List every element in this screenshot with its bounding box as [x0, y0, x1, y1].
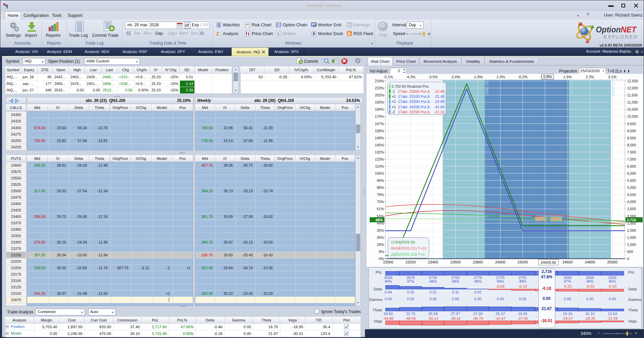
svg-text:500: 500: [627, 250, 633, 254]
svg-text:167%: 167%: [375, 122, 384, 126]
svg-text:24800: 24800: [585, 260, 595, 264]
svg-text:3,500: 3,500: [627, 207, 636, 211]
svg-text:0.00: 0.00: [609, 297, 616, 301]
svg-text:3,000: 3,000: [627, 214, 636, 218]
svg-text:5,500: 5,500: [627, 178, 636, 182]
svg-text:-22.89: -22.89: [434, 100, 444, 104]
svg-text:24000: 24000: [495, 260, 505, 264]
svg-text:79%: 79%: [377, 193, 384, 197]
svg-text:46%: 46%: [385, 279, 392, 283]
svg-text:Delta: Delta: [373, 287, 382, 291]
svg-text:114%: 114%: [375, 164, 384, 168]
svg-text:8,000: 8,000: [627, 143, 636, 147]
svg-text:17/04/2026 (0): 17/04/2026 (0): [391, 240, 415, 244]
svg-text:0.44: 0.44: [385, 290, 392, 294]
svg-text:10,500: 10,500: [627, 107, 638, 111]
svg-text:+1: +1: [392, 100, 396, 104]
svg-text:48%: 48%: [452, 279, 459, 283]
svg-text:1,500: 1,500: [627, 235, 636, 240]
svg-text:0.00: 0.00: [519, 297, 526, 301]
svg-text:-31.31: -31.31: [434, 110, 444, 114]
svg-text:24988.17: 24988.17: [611, 81, 615, 96]
svg-text:-41.84: -41.84: [434, 105, 444, 109]
svg-text:105%: 105%: [375, 171, 384, 175]
svg-text:175%: 175%: [375, 114, 384, 118]
svg-text:Theta: Theta: [373, 308, 382, 312]
svg-text:+1: +1: [392, 105, 396, 109]
svg-text:9%: 9%: [379, 250, 384, 254]
svg-text:88%: 88%: [377, 186, 384, 190]
svg-text:0.32: 0.32: [407, 290, 414, 294]
svg-text:70%: 70%: [377, 200, 384, 204]
svg-text:24200: 24200: [518, 260, 528, 264]
svg-text:17abr. 23200 Put Δ: 17abr. 23200 Put Δ: [398, 100, 430, 104]
svg-text:0.00: 0.00: [429, 297, 436, 301]
svg-text:Gamma: Gamma: [369, 298, 382, 302]
svg-text:18%: 18%: [377, 243, 384, 247]
svg-text:-30.01: -30.01: [541, 318, 552, 323]
svg-text:18.60: 18.60: [384, 312, 393, 316]
svg-text:12,500: 12,500: [627, 79, 638, 83]
svg-text:48%: 48%: [519, 279, 526, 283]
svg-text:45%: 45%: [609, 279, 616, 283]
svg-text:24.55: 24.55: [518, 312, 527, 316]
svg-text:-1: -1: [392, 89, 395, 93]
svg-text:61%: 61%: [377, 207, 384, 211]
svg-text:-4.3%: -4.3%: [406, 75, 416, 79]
svg-text:0.11: 0.11: [452, 290, 459, 294]
svg-text:PnL: PnL: [628, 270, 635, 274]
svg-text:184%: 184%: [375, 107, 384, 111]
svg-text:23861.04: 23861.04: [485, 81, 489, 96]
svg-text:Vega: Vega: [628, 319, 637, 323]
svg-text:16.10: 16.10: [585, 312, 595, 316]
svg-text:-2: -2: [392, 110, 395, 114]
svg-text:7,000: 7,000: [627, 157, 636, 161]
svg-text:0.00: 0.00: [497, 297, 504, 301]
svg-text:-5.1%: -5.1%: [384, 75, 393, 79]
svg-text:0.8%: 0.8%: [543, 75, 552, 79]
svg-text:132%: 132%: [375, 150, 384, 154]
svg-text:-0.23: -0.23: [586, 284, 594, 288]
svg-text:17abr. 23100 Put Δ: 17abr. 23100 Put Δ: [398, 94, 430, 98]
svg-text:-48.65: -48.65: [405, 316, 416, 320]
svg-text:26%: 26%: [377, 235, 384, 240]
svg-text:23000: 23000: [383, 260, 394, 264]
svg-text:06/04/2026 (11) T+12: 06/04/2026 (11) T+12: [391, 246, 426, 250]
svg-text:-12.59: -12.59: [607, 316, 617, 320]
svg-text:-50.13: -50.13: [428, 316, 438, 320]
svg-text:48%: 48%: [375, 218, 383, 222]
svg-text:13.04: 13.04: [608, 312, 617, 316]
svg-text:202%: 202%: [375, 93, 384, 97]
svg-text:0.00: 0.00: [407, 297, 414, 301]
svg-text:25.58: 25.58: [428, 312, 438, 316]
svg-text:123%: 123%: [375, 157, 384, 161]
svg-text:219%: 219%: [375, 79, 384, 83]
svg-text:48%: 48%: [429, 279, 437, 283]
svg-text:1,000: 1,000: [627, 243, 636, 247]
svg-text:24612.46: 24612.46: [569, 81, 573, 96]
svg-text:5,000: 5,000: [627, 186, 636, 190]
svg-text:0.00: 0.00: [474, 297, 481, 301]
svg-text:0.00: 0.00: [385, 297, 392, 301]
svg-text:-3.5%: -3.5%: [428, 75, 438, 79]
svg-text:11,000: 11,000: [627, 100, 638, 104]
svg-text:49%: 49%: [496, 279, 504, 283]
svg-text:47%: 47%: [564, 279, 571, 283]
svg-text:Σ: Σ: [216, 31, 220, 36]
svg-text:158%: 158%: [375, 129, 384, 133]
svg-text:-21.48: -21.48: [434, 94, 444, 98]
svg-text:27.07: 27.07: [451, 312, 460, 316]
svg-text:12,000: 12,000: [627, 86, 638, 90]
svg-text:0.00: 0.00: [452, 297, 459, 301]
svg-text:-0.18: -0.18: [542, 286, 551, 291]
svg-text:1.5%: 1.5%: [563, 75, 572, 79]
svg-text:-0.21: -0.21: [563, 284, 572, 288]
svg-text:193%: 193%: [375, 100, 384, 104]
svg-text:22.75: 22.75: [406, 312, 416, 316]
svg-text:24600: 24600: [562, 260, 573, 264]
svg-text:210%: 210%: [375, 86, 384, 90]
svg-text:25000: 25000: [607, 260, 618, 264]
svg-text:6,500: 6,500: [627, 164, 636, 168]
svg-text:Theta: Theta: [628, 308, 638, 312]
svg-text:-0.23: -0.23: [608, 284, 616, 288]
